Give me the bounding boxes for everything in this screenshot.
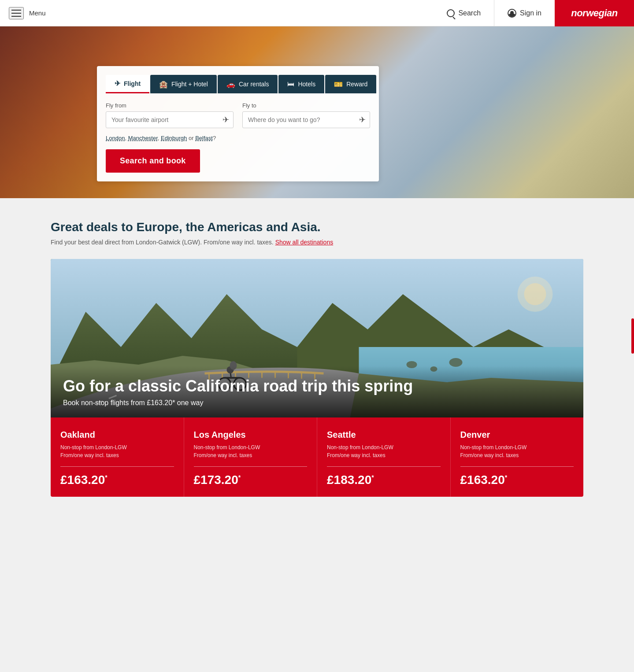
header-left: Menu [0,7,46,19]
tab-flight-hotel[interactable]: 🏨 Flight + Hotel [150,75,217,93]
search-icon [447,9,455,17]
dest-card-seattle[interactable]: Seattle Non-stop from London-LGWFrom/one… [317,417,450,497]
fly-row: Fly from ✈ Fly to ✈ [106,102,370,128]
svg-point-25 [524,283,546,305]
dest-divider-la [194,466,308,467]
dest-desc-seattle: Non-stop from London-LGWFrom/one way inc… [327,443,441,459]
airport-suggestions: London, Manchester, Edinburgh or Belfast… [106,135,370,141]
main-content: Great deals to Europe, the Americas and … [0,198,634,519]
fly-to-input-wrapper: ✈ [242,111,370,128]
logo: norwegian [555,0,634,26]
tab-car-rentals-label: Car rentals [239,81,269,88]
flight-tab-icon: ✈ [115,79,120,88]
hero-section: ✈ Flight 🏨 Flight + Hotel 🚗 Car rentals … [0,26,634,198]
reward-tab-icon: 🎫 [334,80,343,89]
fly-from-input[interactable] [106,111,234,128]
promo-card: Go for a classic California road trip th… [51,259,583,497]
promo-subtitle: Book non-stop flights from £163.20* one … [63,399,571,407]
hotels-tab-icon: 🛏 [287,80,294,88]
tab-hotels[interactable]: 🛏 Hotels [278,75,324,93]
dest-price-la: £173.20* [194,473,308,487]
fly-to-group: Fly to ✈ [242,102,370,128]
suggestion-manchester[interactable]: Manchester [128,135,158,141]
tab-reward-label: Reward [346,81,367,88]
header-right: Search Sign in norwegian [434,0,634,26]
promo-image: Go for a classic California road trip th… [51,259,583,417]
hamburger-menu-button[interactable] [9,7,24,19]
fly-from-group: Fly from ✈ [106,102,234,128]
dest-divider-denver [460,466,574,467]
deals-subtext-content: Find your best deal direct from London-G… [51,239,274,246]
search-and-book-button[interactable]: Search and book [106,149,200,173]
dest-name-seattle: Seattle [327,430,441,440]
dest-card-los-angeles[interactable]: Los Angeles Non-stop from London-LGWFrom… [184,417,317,497]
dest-divider-oakland [60,466,174,467]
promo-text-overlay: Go for a classic California road trip th… [51,366,583,417]
tab-flight[interactable]: ✈ Flight [106,75,149,93]
scroll-indicator[interactable] [631,318,634,354]
dest-price-seattle: £183.20* [327,473,441,487]
dest-name-la: Los Angeles [194,430,308,440]
flight-hotel-tab-icon: 🏨 [159,80,168,89]
search-button[interactable]: Search [434,0,494,26]
dest-price-denver: £163.20* [460,473,574,487]
car-tab-icon: 🚗 [226,80,235,89]
fly-from-label: Fly from [106,102,234,109]
menu-label: Menu [29,9,46,17]
promo-title: Go for a classic California road trip th… [63,377,571,395]
suggestion-london[interactable]: London [106,135,125,141]
fly-to-plane-icon: ✈ [359,115,366,125]
tab-reward[interactable]: 🎫 Reward [325,75,376,93]
user-icon [508,9,516,18]
dest-name-denver: Denver [460,430,574,440]
deals-heading: Great deals to Europe, the Americas and … [51,220,583,234]
signin-button-label: Sign in [520,9,541,17]
tab-hotels-label: Hotels [298,81,315,88]
tab-flight-label: Flight [124,80,141,87]
search-widget: ✈ Flight 🏨 Flight + Hotel 🚗 Car rentals … [97,66,379,181]
show-all-destinations-link[interactable]: Show all destinations [275,239,334,246]
fly-to-input[interactable] [242,111,370,128]
fly-to-label: Fly to [242,102,370,109]
tab-bar: ✈ Flight 🏨 Flight + Hotel 🚗 Car rentals … [106,75,370,93]
dest-desc-denver: Non-stop from London-LGWFrom/one way inc… [460,443,574,459]
tab-car-rentals[interactable]: 🚗 Car rentals [218,75,278,93]
dest-desc-la: Non-stop from London-LGWFrom/one way inc… [194,443,308,459]
main-header: Menu Search Sign in norwegian [0,0,634,26]
deals-subtext: Find your best deal direct from London-G… [51,239,583,246]
dest-desc-oakland: Non-stop from London-LGWFrom/one way inc… [60,443,174,459]
dest-price-oakland: £163.20* [60,473,174,487]
dest-divider-seattle [327,466,441,467]
dest-name-oakland: Oakland [60,430,174,440]
signin-button[interactable]: Sign in [494,0,555,26]
logo-text: norwegian [571,7,618,19]
tab-flight-hotel-label: Flight + Hotel [171,81,208,88]
search-button-label: Search [458,9,481,17]
suggestion-edinburgh[interactable]: Edinburgh [161,135,187,141]
fly-from-input-wrapper: ✈ [106,111,234,128]
dest-card-oakland[interactable]: Oakland Non-stop from London-LGWFrom/one… [51,417,184,497]
dest-card-denver[interactable]: Denver Non-stop from London-LGWFrom/one … [450,417,584,497]
destination-cards: Oakland Non-stop from London-LGWFrom/one… [51,417,583,497]
suggestion-belfast[interactable]: Belfast [195,135,213,141]
fly-from-plane-icon: ✈ [222,115,229,125]
